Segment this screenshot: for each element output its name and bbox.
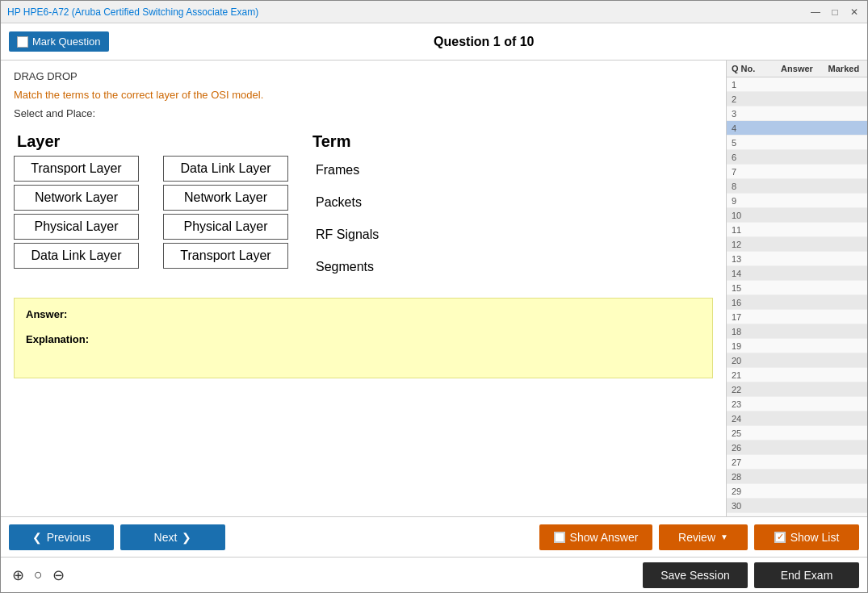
close-button[interactable]: ✕	[848, 6, 861, 18]
sidebar-row[interactable]: 7	[727, 165, 867, 179]
sidebar-row[interactable]: 19	[727, 339, 867, 353]
term-item[interactable]: Frames	[312, 156, 382, 185]
sidebar-row[interactable]: 16	[727, 295, 867, 310]
sidebar-qno: 25	[732, 428, 769, 438]
layer-item[interactable]: Network Layer	[14, 185, 139, 211]
window-title: HP HPE6-A72 (Aruba Certified Switching A…	[7, 6, 258, 18]
review-arrow-icon: ▼	[720, 532, 728, 541]
title-bar: HP HPE6-A72 (Aruba Certified Switching A…	[1, 1, 867, 23]
sidebar-row[interactable]: 10	[727, 208, 867, 223]
sidebar-row[interactable]: 21	[727, 368, 867, 382]
sidebar-row[interactable]: 26	[727, 441, 867, 455]
sidebar-qno: 8	[732, 182, 769, 191]
term-item[interactable]: RF Signals	[312, 220, 382, 249]
save-session-button[interactable]: Save Session	[643, 562, 748, 588]
sidebar-row[interactable]: 18	[727, 324, 867, 339]
next-button[interactable]: Next ❯	[120, 524, 225, 550]
prev-arrow-icon: ❮	[32, 531, 42, 544]
question-type-label: DRAG DROP	[14, 70, 713, 82]
question-title: Question 1 of 10	[109, 35, 859, 49]
sidebar-rows: 1 2 3 4 5 6 7 8	[727, 77, 867, 513]
sidebar-qno: 10	[732, 211, 769, 220]
sidebar-row[interactable]: 29	[727, 484, 867, 499]
sidebar-qno: 30	[732, 501, 769, 511]
sidebar-header-marked: Marked	[825, 64, 862, 73]
sidebar-row[interactable]: 22	[727, 382, 867, 397]
term-item[interactable]: Packets	[312, 188, 382, 217]
sidebar-qno: 21	[732, 370, 769, 380]
sidebar-row[interactable]: 1	[727, 77, 867, 92]
sidebar-qno: 22	[732, 385, 769, 395]
sidebar-qno: 15	[732, 283, 769, 293]
next-arrow-icon: ❯	[182, 531, 191, 544]
sidebar-row[interactable]: 30	[727, 499, 867, 513]
sidebar-qno: 5	[732, 138, 769, 148]
sidebar-qno: 23	[732, 399, 769, 409]
question-instruction: Match the terms to the correct layer of …	[14, 89, 713, 101]
previous-button[interactable]: ❮ Previous	[9, 524, 114, 550]
sidebar-row[interactable]: 25	[727, 426, 867, 441]
next-label: Next	[154, 531, 178, 544]
mark-question-button[interactable]: Mark Question	[9, 31, 109, 52]
action-bar: ⊕ ○ ⊖ Save Session End Exam	[1, 557, 867, 592]
sidebar-row[interactable]: 13	[727, 252, 867, 266]
sidebar-qno: 3	[732, 109, 769, 119]
sidebar-row[interactable]: 23	[727, 397, 867, 411]
layer-column: Layer Transport Layer Network Layer Phys…	[14, 132, 139, 272]
drop-column: Layer Data Link Layer Network Layer Phys…	[163, 132, 288, 272]
sidebar-header-answer: Answer	[769, 64, 824, 73]
layer-item[interactable]: Transport Layer	[14, 156, 139, 182]
sidebar-qno: 20	[732, 356, 769, 365]
sidebar-qno: 1	[732, 80, 769, 90]
bottom-navigation-bar: ❮ Previous Next ❯ Show Answer Review ▼ S…	[1, 516, 867, 557]
answer-box: Answer: Explanation:	[14, 298, 713, 378]
mark-question-label: Mark Question	[32, 35, 101, 48]
title-plain: HP HPE6-A72 (	[7, 6, 75, 18]
drop-item[interactable]: Physical Layer	[163, 214, 288, 240]
show-answer-label: Show Answer	[570, 531, 639, 544]
sidebar-row[interactable]: 8	[727, 179, 867, 194]
sidebar: Q No. Answer Marked 1 2 3 4 5 6	[726, 61, 867, 516]
drag-drop-table: Layer Transport Layer Network Layer Phys…	[14, 132, 713, 285]
sidebar-qno: 26	[732, 443, 769, 453]
sidebar-row[interactable]: 27	[727, 455, 867, 470]
sidebar-row[interactable]: 17	[727, 310, 867, 324]
title-end: )	[255, 6, 258, 18]
mark-checkbox-icon	[17, 36, 28, 48]
show-list-button[interactable]: Show List	[754, 524, 859, 550]
layer-item[interactable]: Data Link Layer	[14, 243, 139, 269]
sidebar-row[interactable]: 20	[727, 353, 867, 368]
term-item[interactable]: Segments	[312, 253, 382, 282]
zoom-reset-button[interactable]: ○	[31, 565, 46, 585]
maximize-button[interactable]: □	[828, 6, 841, 18]
sidebar-qno: 12	[732, 240, 769, 249]
sidebar-row[interactable]: 5	[727, 136, 867, 150]
zoom-out-button[interactable]: ⊖	[49, 565, 68, 586]
sidebar-row[interactable]: 11	[727, 223, 867, 237]
sidebar-row[interactable]: 6	[727, 150, 867, 165]
zoom-in-button[interactable]: ⊕	[9, 565, 27, 586]
drop-item[interactable]: Data Link Layer	[163, 156, 288, 182]
sidebar-row[interactable]: 24	[727, 411, 867, 426]
review-button[interactable]: Review ▼	[659, 524, 748, 550]
sidebar-row[interactable]: 12	[727, 237, 867, 252]
sidebar-row[interactable]: 9	[727, 194, 867, 208]
sidebar-row[interactable]: 4	[727, 121, 867, 136]
sidebar-qno: 2	[732, 94, 769, 104]
end-exam-button[interactable]: End Exam	[754, 562, 859, 588]
sidebar-header-qno: Q No.	[732, 64, 769, 73]
sidebar-row[interactable]: 14	[727, 266, 867, 281]
sidebar-qno: 13	[732, 254, 769, 264]
question-area: DRAG DROP Match the terms to the correct…	[1, 61, 726, 516]
sidebar-row[interactable]: 28	[727, 470, 867, 484]
show-answer-button[interactable]: Show Answer	[539, 524, 652, 550]
show-answer-checkbox-icon	[554, 532, 565, 543]
sidebar-row[interactable]: 15	[727, 281, 867, 295]
save-session-label: Save Session	[660, 569, 730, 582]
layer-item[interactable]: Physical Layer	[14, 214, 139, 240]
sidebar-row[interactable]: 2	[727, 92, 867, 106]
drop-item[interactable]: Network Layer	[163, 185, 288, 211]
minimize-button[interactable]: —	[809, 6, 822, 18]
drop-item[interactable]: Transport Layer	[163, 243, 288, 269]
sidebar-row[interactable]: 3	[727, 106, 867, 121]
